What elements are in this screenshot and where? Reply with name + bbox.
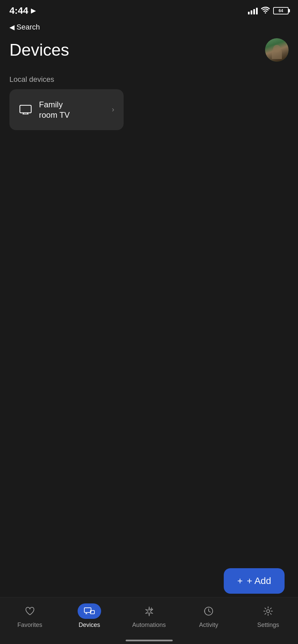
nav-item-activity[interactable]: Activity <box>179 603 238 629</box>
tv-icon <box>19 105 32 115</box>
nav-item-favorites[interactable]: Favorites <box>0 603 59 629</box>
devices-icon-container <box>78 603 101 619</box>
back-label: Search <box>16 23 40 32</box>
page-header: Devices <box>9 38 289 62</box>
sparkle-icon <box>144 606 154 616</box>
signal-bar-3 <box>253 9 255 14</box>
section-label: Local devices <box>9 75 289 84</box>
nav-label-settings: Settings <box>257 622 279 629</box>
gear-icon <box>263 606 273 616</box>
status-time: 4:44 ▶ <box>9 5 36 16</box>
heart-icon <box>25 606 35 616</box>
nav-label-activity: Activity <box>199 622 218 629</box>
signal-bar-4 <box>256 8 258 14</box>
device-card-family-room-tv[interactable]: Familyroom TV › <box>9 89 124 130</box>
back-navigation[interactable]: ◀ Search <box>9 23 289 32</box>
status-icons: 64 <box>248 6 289 15</box>
nav-label-devices: Devices <box>79 622 100 629</box>
home-indicator <box>126 640 173 641</box>
add-button[interactable]: + + Add <box>224 568 285 594</box>
nav-item-devices[interactable]: Devices <box>59 603 119 629</box>
bottom-nav: Favorites Devices Automations <box>0 597 298 644</box>
settings-icon-container <box>256 603 280 619</box>
add-button-label: + Add <box>247 576 271 586</box>
location-icon: ▶ <box>31 7 36 14</box>
signal-bars <box>248 7 258 14</box>
signal-bar-2 <box>251 10 252 14</box>
avatar[interactable] <box>265 38 289 62</box>
devices-icon <box>84 606 95 616</box>
chevron-right-icon: › <box>112 105 114 114</box>
nav-label-automations: Automations <box>132 622 166 629</box>
avatar-image <box>265 38 289 62</box>
device-card-left: Familyroom TV <box>19 99 70 120</box>
add-icon: + <box>237 576 243 586</box>
activity-icon-container <box>197 603 220 619</box>
favorites-icon-container <box>18 603 42 619</box>
status-bar: 4:44 ▶ 64 <box>0 0 298 20</box>
wifi-icon <box>261 6 270 15</box>
time-display: 4:44 <box>9 5 28 16</box>
nav-label-favorites: Favorites <box>17 622 42 629</box>
battery-indicator: 64 <box>273 7 289 14</box>
automations-icon-container <box>137 603 161 619</box>
nav-item-automations[interactable]: Automations <box>119 603 179 629</box>
history-icon <box>204 606 214 616</box>
svg-rect-0 <box>20 105 31 113</box>
page-title: Devices <box>9 40 69 60</box>
nav-item-settings[interactable]: Settings <box>239 603 298 629</box>
device-name: Familyroom TV <box>39 99 70 120</box>
back-arrow-icon: ◀ <box>9 23 14 31</box>
header: ◀ Search Devices <box>0 20 298 62</box>
signal-bar-1 <box>248 12 250 14</box>
main-content: Local devices Familyroom TV › <box>0 72 298 133</box>
svg-point-9 <box>267 610 270 613</box>
battery-level: 64 <box>279 8 283 13</box>
